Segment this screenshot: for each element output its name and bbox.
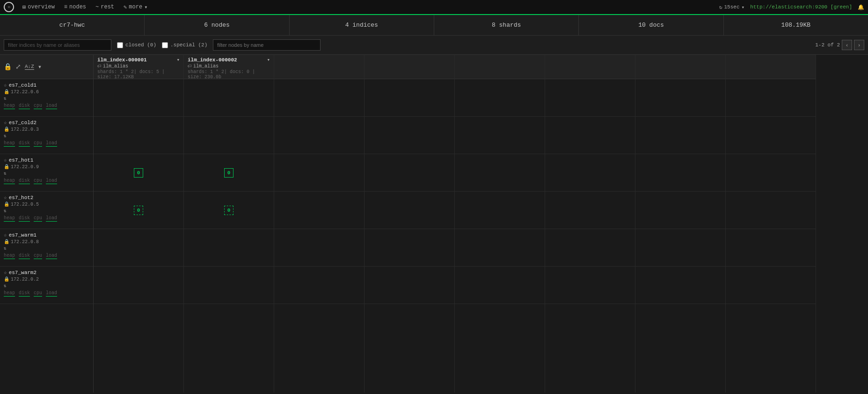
main-grid: 🔒 ⤢ A↓Z ▾ ☆ es7_cold1 🔒 172.22.0.6 ⇅ hea… <box>0 55 868 393</box>
node-row-es7-hot2: ☆ es7_hot2 🔒 172.22.0.5 ⇅ heap disk cpu … <box>0 192 93 229</box>
node-row-es7-warm1: ☆ es7_warm1 🔒 172.22.0.8 ⇅ heap disk cpu… <box>0 229 93 267</box>
star-icon[interactable]: ☆ <box>4 194 7 201</box>
closed-label: closed (0) <box>125 42 156 48</box>
special-checkbox-label[interactable]: .special (2) <box>162 42 207 48</box>
shard-badge-dashed-hot2-idx1[interactable]: 0 <box>134 206 143 215</box>
index-col-empty-4 <box>545 55 635 393</box>
lock-small-icon: 🔒 <box>4 164 9 170</box>
star-icon[interactable]: ☆ <box>4 119 7 126</box>
shard-cell-cold2-idx2 <box>184 117 274 154</box>
tag-icon: 🏷 <box>97 64 102 69</box>
node-row-es7-hot1: ☆ es7_hot1 🔒 172.22.0.9 ⇅ heap disk cpu … <box>0 154 93 192</box>
shard-cell-hot1-idx2: 0 <box>184 154 274 192</box>
closed-checkbox-label[interactable]: closed (0) <box>117 42 156 48</box>
nodes-icon: ≡ <box>64 4 67 10</box>
alert-icon[interactable]: 🔔 <box>858 4 864 10</box>
cpu-label: cpu <box>34 103 42 109</box>
star-icon[interactable]: ☆ <box>4 269 7 275</box>
node-column: 🔒 ⤢ A↓Z ▾ ☆ es7_cold1 🔒 172.22.0.6 ⇅ hea… <box>0 55 94 393</box>
shard-cell-cold1-idx2 <box>184 79 274 117</box>
col-dropdown-icon[interactable]: ▾ <box>38 63 42 71</box>
node-sort-icon: ⇅ <box>4 283 89 289</box>
lock-small-icon: 🔒 <box>4 239 9 245</box>
node-ip-label: 172.22.0.6 <box>11 89 39 95</box>
index-col-1: ilm_index-000001 ▾ 🏷 ilm_alias shards: 1… <box>94 55 184 393</box>
refresh-label: 15sec <box>724 4 740 10</box>
logo: ○ <box>4 2 14 12</box>
rest-icon: ~ <box>95 4 99 10</box>
heap-label: heap <box>4 103 15 109</box>
node-metrics: heap disk cpu load <box>4 216 89 222</box>
node-col-header: 🔒 ⤢ A↓Z ▾ <box>0 55 93 79</box>
refresh-dropdown-icon: ▾ <box>742 4 745 10</box>
node-row-es7-cold1: ☆ es7_cold1 🔒 172.22.0.6 ⇅ heap disk cpu… <box>0 79 93 117</box>
shard-badge-hot1-idx1[interactable]: 0 <box>134 168 143 178</box>
expand-icon[interactable]: ⤢ <box>15 63 21 71</box>
heap-label: heap <box>4 253 15 259</box>
refresh-button[interactable]: ↻ 15sec ▾ <box>719 4 744 10</box>
lock-small-icon: 🔒 <box>4 276 9 282</box>
disk-label: disk <box>19 178 30 184</box>
overview-icon: ⊞ <box>22 4 26 11</box>
star-icon[interactable]: ☆ <box>4 232 7 238</box>
special-checkbox[interactable] <box>162 42 168 48</box>
sort-az-icon[interactable]: A↓Z <box>25 64 34 70</box>
nav-more-label: more <box>129 4 142 10</box>
index-2-dropdown-icon[interactable]: ▾ <box>267 57 270 63</box>
lock-small-icon: 🔒 <box>4 126 9 132</box>
star-icon[interactable]: ☆ <box>4 157 7 163</box>
index-1-alias: ilm_alias <box>103 64 128 69</box>
index-filter-input[interactable] <box>4 39 111 51</box>
nav-more[interactable]: ✎ more ▾ <box>120 2 151 13</box>
nav-overview[interactable]: ⊞ overview <box>19 2 58 13</box>
index-2-name: ilm_index-000002 <box>188 57 237 63</box>
pagination-info: 1-2 of 2 ‹ › <box>815 40 864 50</box>
index-col-1-header[interactable]: ilm_index-000001 ▾ 🏷 ilm_alias shards: 1… <box>94 55 183 79</box>
heap-label: heap <box>4 216 15 222</box>
load-label: load <box>46 141 57 147</box>
heap-label: heap <box>4 290 15 297</box>
special-label: .special (2) <box>170 42 207 48</box>
node-ip-label: 172.22.0.3 <box>11 127 39 132</box>
shard-cell-hot2-idx1: 0 <box>94 192 183 229</box>
node-sort-icon: ⇅ <box>4 133 89 139</box>
node-metrics: heap disk cpu load <box>4 253 89 259</box>
node-metrics: heap disk cpu load <box>4 103 89 109</box>
index-col-empty-6 <box>726 55 816 393</box>
prev-page-button[interactable]: ‹ <box>842 40 852 50</box>
stat-size: 108.19KB <box>724 15 868 35</box>
node-sort-icon: ⇅ <box>4 208 89 214</box>
pencil-icon: ✎ <box>124 4 127 11</box>
node-metrics: heap disk cpu load <box>4 141 89 147</box>
index-col-empty-1 <box>274 55 365 393</box>
index-1-name: ilm_index-000001 <box>97 57 147 63</box>
heap-label: heap <box>4 141 15 147</box>
lock-icon[interactable]: 🔒 <box>4 63 12 71</box>
star-icon[interactable]: ☆ <box>4 82 7 88</box>
index-col-2-header[interactable]: ilm_index-000002 ▾ 🏷 ilm_alias shards: 1… <box>184 55 274 79</box>
cpu-label: cpu <box>34 290 42 297</box>
cpu-label: cpu <box>34 178 42 184</box>
disk-label: disk <box>19 290 30 297</box>
shard-badge-dashed-hot2-idx2[interactable]: 0 <box>224 206 233 215</box>
node-filter-input[interactable] <box>213 39 321 51</box>
node-ip-label: 172.22.0.2 <box>11 277 39 282</box>
shard-cell-warm1-idx1 <box>94 229 183 267</box>
shard-cell-warm2-idx1 <box>94 267 183 304</box>
node-row-es7-cold2: ☆ es7_cold2 🔒 172.22.0.3 ⇅ heap disk cpu… <box>0 117 93 154</box>
pagination-text: 1-2 of 2 <box>815 42 840 48</box>
cpu-label: cpu <box>34 253 42 259</box>
node-name-label: es7_cold1 <box>9 82 36 88</box>
shard-badge-hot1-idx2[interactable]: 0 <box>224 168 233 178</box>
nav-rest[interactable]: ~ rest <box>92 2 118 12</box>
shard-cell-cold1-idx1 <box>94 79 183 117</box>
node-ip-label: 172.22.0.5 <box>11 202 39 207</box>
next-page-button[interactable]: › <box>854 40 864 50</box>
node-ip-label: 172.22.0.9 <box>11 164 39 170</box>
node-metrics: heap disk cpu load <box>4 178 89 184</box>
nav-right: ↻ 15sec ▾ http://elasticsearch:9200 [gre… <box>719 4 864 10</box>
index-1-dropdown-icon[interactable]: ▾ <box>176 57 180 63</box>
nav-nodes[interactable]: ≡ nodes <box>60 2 90 12</box>
closed-checkbox[interactable] <box>117 42 123 48</box>
disk-label: disk <box>19 216 30 222</box>
